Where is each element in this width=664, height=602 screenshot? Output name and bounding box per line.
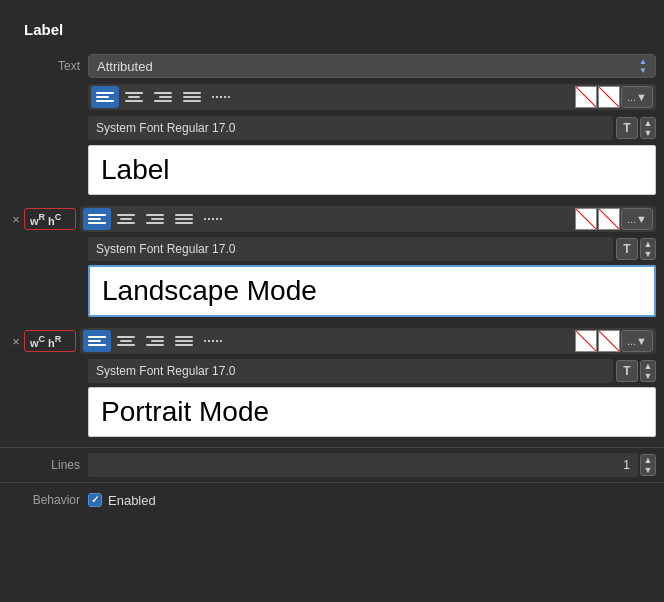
wchr-align-dash-icon bbox=[204, 334, 222, 348]
font-stepper-1[interactable]: ▲ ▼ bbox=[640, 117, 656, 139]
check-icon: ✓ bbox=[91, 495, 99, 505]
lines-stepper[interactable]: ▲ ▼ bbox=[640, 454, 656, 476]
text-field-row: Text Attributed ▲ ▼ bbox=[0, 51, 664, 81]
variant-wrhc-row: × wR hC bbox=[0, 203, 664, 235]
align-center-btn[interactable] bbox=[120, 86, 148, 108]
color-box-2[interactable] bbox=[598, 86, 620, 108]
default-font-selector[interactable]: System Font Regular 17.0 bbox=[88, 116, 613, 140]
wrhc-align-right-icon bbox=[146, 212, 164, 226]
wrhc-color-box-2[interactable] bbox=[598, 208, 620, 230]
enabled-checkbox[interactable]: ✓ bbox=[88, 493, 102, 507]
font-t-btn-1[interactable]: T bbox=[616, 117, 638, 139]
wchr-align-center-icon bbox=[117, 334, 135, 348]
divider-1 bbox=[0, 447, 664, 448]
more-btn-1[interactable]: ...▼ bbox=[621, 86, 653, 108]
variant-wchr-badge: wC hR bbox=[24, 330, 76, 352]
variant-wrhc-badge: wR hC bbox=[24, 208, 76, 230]
align-dash-btn[interactable] bbox=[207, 86, 235, 108]
wrhc-font-row: System Font Regular 17.0 T ▲ ▼ bbox=[0, 235, 664, 263]
variant-wrhc-x: × bbox=[8, 212, 24, 227]
text-dropdown[interactable]: Attributed ▲ ▼ bbox=[88, 54, 656, 78]
font-stepper-2[interactable]: ▲ ▼ bbox=[640, 238, 656, 260]
align-justify-icon bbox=[183, 90, 201, 104]
font-t-btn-3[interactable]: T bbox=[616, 360, 638, 382]
wchr-align-dash-btn[interactable] bbox=[199, 330, 227, 352]
wrhc-align-justify-icon bbox=[175, 212, 193, 226]
variant-wchr-row: × wC hR bbox=[0, 325, 664, 357]
align-dash-icon bbox=[212, 90, 230, 104]
wchr-font-controls: System Font Regular 17.0 T ▲ ▼ bbox=[88, 359, 656, 383]
wrhc-align-left-btn[interactable] bbox=[83, 208, 111, 230]
wchr-more-btn-label: ...▼ bbox=[627, 335, 647, 347]
wrhc-cross-icon-2 bbox=[599, 209, 619, 229]
wchr-font-row: System Font Regular 17.0 T ▲ ▼ bbox=[0, 357, 664, 385]
font-stepper-3[interactable]: ▲ ▼ bbox=[640, 360, 656, 382]
more-btn-label-1: ...▼ bbox=[627, 91, 647, 103]
wchr-align-right-btn[interactable] bbox=[141, 330, 169, 352]
align-left-btn[interactable] bbox=[91, 86, 119, 108]
align-left-icon bbox=[96, 90, 114, 104]
wchr-font-selector[interactable]: System Font Regular 17.0 bbox=[88, 359, 613, 383]
wrhc-font-selector[interactable]: System Font Regular 17.0 bbox=[88, 237, 613, 261]
wrhc-color-box-1[interactable] bbox=[575, 208, 597, 230]
wrhc-text-display: Landscape Mode bbox=[88, 265, 656, 317]
default-font-name: System Font Regular 17.0 bbox=[96, 121, 235, 135]
wrhc-align-justify-btn[interactable] bbox=[170, 208, 198, 230]
wchr-align-justify-btn[interactable] bbox=[170, 330, 198, 352]
wrhc-align-center-icon bbox=[117, 212, 135, 226]
panel-title-row: Label bbox=[0, 10, 664, 51]
wrhc-more-btn-label: ...▼ bbox=[627, 213, 647, 225]
text-dropdown-value: Attributed bbox=[97, 59, 153, 74]
lines-label: Lines bbox=[8, 458, 88, 472]
panel-title: Label bbox=[8, 13, 79, 48]
wchr-text-display: Portrait Mode bbox=[88, 387, 656, 437]
cross-icon-1 bbox=[576, 87, 596, 107]
wchr-align-center-btn[interactable] bbox=[112, 330, 140, 352]
dropdown-arrows: ▲ ▼ bbox=[639, 57, 647, 75]
text-content: Attributed ▲ ▼ bbox=[88, 54, 656, 78]
color-box-1[interactable] bbox=[575, 86, 597, 108]
wchr-align-left-btn[interactable] bbox=[83, 330, 111, 352]
wchr-text-value: Portrait Mode bbox=[101, 396, 269, 428]
wchr-more-btn[interactable]: ...▼ bbox=[621, 330, 653, 352]
wrhc-text-value: Landscape Mode bbox=[102, 275, 317, 307]
wchr-align-left-icon bbox=[88, 334, 106, 348]
enabled-checkbox-label[interactable]: ✓ Enabled bbox=[88, 493, 156, 508]
lines-row: Lines ▲ ▼ bbox=[0, 450, 664, 480]
text-label: Text bbox=[8, 59, 88, 73]
default-align-row: ...▼ bbox=[0, 81, 664, 113]
wchr-color-box-2[interactable] bbox=[598, 330, 620, 352]
behavior-row: Behavior ✓ Enabled bbox=[0, 485, 664, 515]
default-text-value: Label bbox=[101, 154, 170, 186]
wchr-color-box-1[interactable] bbox=[575, 330, 597, 352]
wrhc-align-dash-btn[interactable] bbox=[199, 208, 227, 230]
align-right-btn[interactable] bbox=[149, 86, 177, 108]
variant-wchr-x: × bbox=[8, 334, 24, 349]
wrhc-font-name: System Font Regular 17.0 bbox=[96, 242, 235, 256]
spacer-3 bbox=[0, 439, 664, 445]
wrhc-align-left-icon bbox=[88, 212, 106, 226]
default-text-display: Label bbox=[88, 145, 656, 195]
wrhc-font-controls: System Font Regular 17.0 T ▲ ▼ bbox=[88, 237, 656, 261]
behavior-label: Behavior bbox=[8, 493, 88, 507]
enabled-label: Enabled bbox=[108, 493, 156, 508]
wrhc-align-toolbar: ...▼ bbox=[80, 206, 656, 232]
wrhc-align-center-btn[interactable] bbox=[112, 208, 140, 230]
divider-2 bbox=[0, 482, 664, 483]
align-justify-btn[interactable] bbox=[178, 86, 206, 108]
wchr-cross-icon-1 bbox=[576, 331, 596, 351]
font-t-btn-2[interactable]: T bbox=[616, 238, 638, 260]
wrhc-more-btn[interactable]: ...▼ bbox=[621, 208, 653, 230]
align-right-icon bbox=[154, 90, 172, 104]
wchr-align-justify-icon bbox=[175, 334, 193, 348]
cross-icon-2 bbox=[599, 87, 619, 107]
default-font-label bbox=[8, 115, 88, 141]
wchr-align-toolbar: ...▼ bbox=[80, 328, 656, 354]
wchr-align-right-icon bbox=[146, 334, 164, 348]
lines-input[interactable] bbox=[88, 453, 638, 477]
wchr-font-name: System Font Regular 17.0 bbox=[96, 364, 235, 378]
wchr-cross-icon-2 bbox=[599, 331, 619, 351]
wrhc-align-right-btn[interactable] bbox=[141, 208, 169, 230]
wrhc-cross-icon-1 bbox=[576, 209, 596, 229]
default-align-toolbar: ...▼ bbox=[88, 84, 656, 110]
